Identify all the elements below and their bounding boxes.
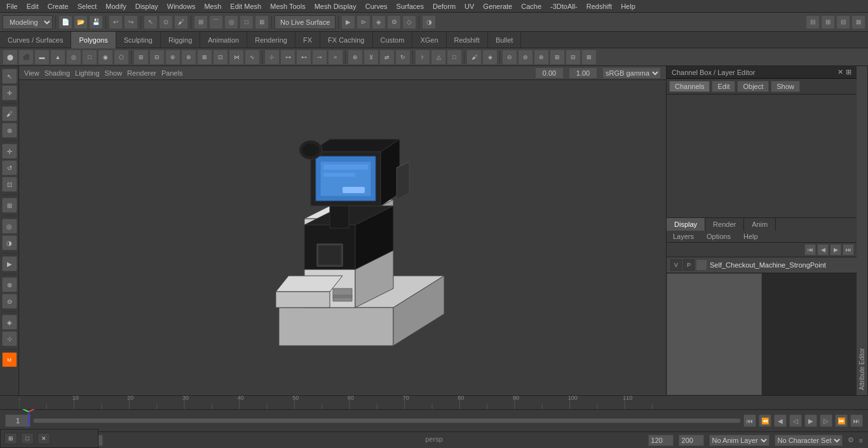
- snap-curve-icon[interactable]: ⌒: [209, 15, 223, 29]
- render-btn[interactable]: ▶: [2, 256, 17, 271]
- tab-redshift[interactable]: Redshift: [447, 32, 488, 48]
- live-surface-button[interactable]: No Live Surface: [275, 15, 336, 29]
- menu-cache[interactable]: Cache: [517, 1, 545, 11]
- tab-fx-caching[interactable]: FX Caching: [320, 32, 372, 48]
- channel-box-close-icon[interactable]: ✕: [837, 68, 843, 76]
- menu-generate[interactable]: Generate: [479, 1, 516, 11]
- mini-window-close-icon[interactable]: ✕: [37, 433, 50, 444]
- channels-tab[interactable]: Channels: [669, 81, 710, 92]
- undo-icon[interactable]: ↩: [109, 15, 123, 29]
- render-tab[interactable]: Render: [705, 218, 744, 231]
- tab-sculpting[interactable]: Sculpting: [116, 32, 161, 48]
- step-forward-btn[interactable]: ⏩: [835, 414, 848, 427]
- bool-icon[interactable]: ⋈: [229, 50, 244, 65]
- layer-arrow-first[interactable]: ⏮: [804, 244, 816, 255]
- triangulate-icon[interactable]: △: [431, 50, 446, 65]
- crease-icon[interactable]: ≈: [328, 50, 343, 65]
- paint-select-btn[interactable]: 🖌: [2, 106, 17, 121]
- options-menu-item[interactable]: Options: [700, 231, 737, 242]
- attribute-editor-label[interactable]: Attribute Editor: [857, 66, 868, 395]
- smooth-icon[interactable]: ∿: [245, 50, 260, 65]
- torus-icon[interactable]: ◎: [66, 50, 81, 65]
- menu-uv[interactable]: UV: [461, 1, 478, 11]
- artisan2-btn[interactable]: ⊹: [2, 331, 17, 346]
- menu-create[interactable]: Create: [44, 1, 72, 11]
- insert-edge-icon[interactable]: ⊶: [280, 50, 295, 65]
- menu-deform[interactable]: Deform: [429, 1, 459, 11]
- conform4-icon[interactable]: ⊞: [550, 50, 565, 65]
- snap-together-btn[interactable]: ◎: [2, 219, 17, 234]
- soft-select-btn[interactable]: ⊛: [2, 123, 17, 138]
- conform3-icon[interactable]: ⊛: [534, 50, 549, 65]
- combine-icon[interactable]: ⊠: [197, 50, 212, 65]
- gamma-select[interactable]: sRGB gamma: [602, 67, 661, 79]
- tab-xgen[interactable]: XGen: [412, 32, 446, 48]
- scale-btn[interactable]: ⊡: [2, 177, 17, 192]
- artisan-btn[interactable]: ◈: [2, 315, 17, 330]
- layer-visibility-btn[interactable]: V: [670, 259, 682, 271]
- anim-tab[interactable]: Anim: [744, 218, 776, 231]
- prev-key-btn[interactable]: ◀: [774, 414, 787, 427]
- show-menu[interactable]: Show: [105, 69, 123, 77]
- menu-file[interactable]: File: [3, 1, 22, 11]
- snap-grid-icon[interactable]: ⊞: [194, 15, 208, 29]
- layer-color-swatch[interactable]: [696, 259, 707, 271]
- fill-hole-icon[interactable]: ⊗: [181, 50, 196, 65]
- help-menu-item[interactable]: Help: [737, 231, 764, 242]
- maya-logo-btn[interactable]: M: [2, 352, 17, 367]
- renderer-menu[interactable]: Renderer: [127, 69, 156, 77]
- status-anim-icon[interactable]: ≡: [859, 437, 863, 444]
- shading-menu[interactable]: Shading: [44, 69, 70, 77]
- tab-fx[interactable]: FX: [295, 32, 320, 48]
- anim-layer-select[interactable]: No Anim Layer: [709, 435, 770, 446]
- tab-bullet[interactable]: Bullet: [488, 32, 522, 48]
- bridge-icon[interactable]: ⊟: [149, 50, 165, 65]
- char-set-select[interactable]: No Character Set: [775, 435, 843, 446]
- scale-input[interactable]: [569, 67, 597, 79]
- select-tool-btn[interactable]: ↖: [2, 69, 17, 84]
- layers-menu-item[interactable]: Layers: [667, 231, 700, 242]
- snap-point-icon[interactable]: ◎: [224, 15, 238, 29]
- layout3-icon[interactable]: ⊟: [836, 15, 850, 29]
- target-weld-icon[interactable]: ⊛: [348, 50, 363, 65]
- save-file-icon[interactable]: 💾: [89, 15, 103, 29]
- play-forward-btn[interactable]: ▶: [804, 414, 817, 427]
- conform-icon[interactable]: ⊝: [502, 50, 517, 65]
- universal-manip-btn[interactable]: ⊞: [2, 198, 17, 213]
- menu-edit[interactable]: Edit: [23, 1, 43, 11]
- cube-icon[interactable]: ⬛: [18, 50, 34, 65]
- menu-help[interactable]: Help: [617, 1, 639, 11]
- rotation-input[interactable]: [535, 67, 564, 79]
- cylinder-icon[interactable]: ▬: [34, 50, 50, 65]
- timeline-ruler[interactable]: [19, 395, 677, 409]
- hypershade-icon[interactable]: ◇: [402, 15, 416, 29]
- tab-animation[interactable]: Animation: [200, 32, 247, 48]
- transform-tool-btn[interactable]: ✛: [2, 85, 17, 100]
- quick-sel2-btn[interactable]: ⊖: [2, 294, 17, 309]
- menu-mesh[interactable]: Mesh: [200, 1, 225, 11]
- conform2-icon[interactable]: ⊜: [518, 50, 533, 65]
- render-settings-icon[interactable]: ⚙: [387, 15, 401, 29]
- panels-menu[interactable]: Panels: [161, 69, 183, 77]
- status-gear-icon[interactable]: ⚙: [848, 436, 854, 444]
- layout2-icon[interactable]: ⊞: [821, 15, 835, 29]
- layer-scrollbar-thumb[interactable]: [667, 273, 762, 396]
- redo-icon[interactable]: ↪: [124, 15, 138, 29]
- layout-icon[interactable]: ⊟: [806, 15, 820, 29]
- paint-skin-icon[interactable]: 🖌: [466, 50, 482, 65]
- cone-icon[interactable]: ▲: [50, 50, 65, 65]
- menu-mesh-tools[interactable]: Mesh Tools: [266, 1, 309, 11]
- layer-arrow-last[interactable]: ⏭: [843, 244, 854, 255]
- menu-curves[interactable]: Curves: [362, 1, 391, 11]
- paint-icon[interactable]: 🖌: [174, 15, 188, 29]
- layer-arrow-next[interactable]: ▶: [830, 244, 841, 255]
- menu-modify[interactable]: Modify: [102, 1, 130, 11]
- mirror-icon[interactable]: ⊦: [415, 50, 430, 65]
- menu-mesh-display[interactable]: Mesh Display: [311, 1, 360, 11]
- menu-surfaces[interactable]: Surfaces: [393, 1, 428, 11]
- tab-rendering[interactable]: Rendering: [247, 32, 295, 48]
- menu-3dtoall[interactable]: -3DtoAll-: [546, 1, 581, 11]
- go-to-start-btn[interactable]: ⏮: [743, 414, 756, 427]
- spin-icon[interactable]: ↻: [395, 50, 410, 65]
- offset-icon[interactable]: ⊷: [296, 50, 311, 65]
